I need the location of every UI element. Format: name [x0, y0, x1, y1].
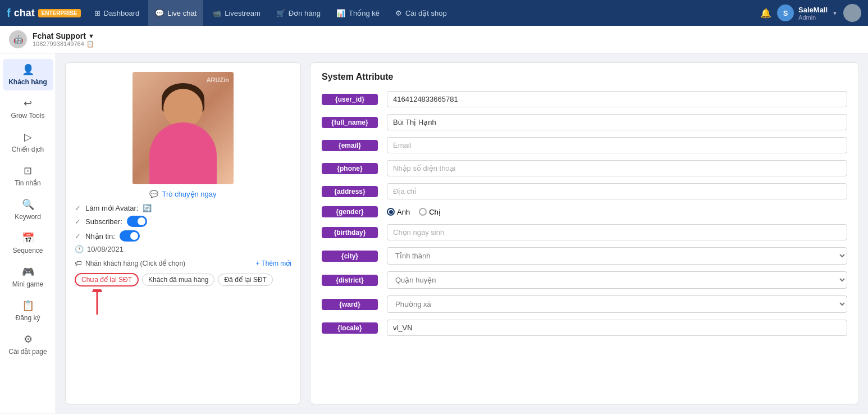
- chevron-down-icon: ▼: [832, 10, 838, 16]
- dropdown-icon[interactable]: ▼: [88, 33, 94, 39]
- attr-row-district: {district} Quận huyện: [322, 271, 847, 289]
- attr-input-address[interactable]: [387, 183, 847, 199]
- sidebar-item-khach-hang[interactable]: 👤 Khách hàng: [3, 59, 53, 90]
- attr-row-city: {city} Tỉnh thành: [322, 247, 847, 265]
- nav-don-hang[interactable]: 🛒 Đơn hàng: [269, 0, 327, 26]
- nhan-tin-label: Nhận tin:: [85, 232, 115, 240]
- nav-thong-ke[interactable]: 📊 Thống kê: [330, 0, 386, 26]
- chat-now-action[interactable]: 💬 Trò chuyện ngay: [149, 190, 216, 198]
- refresh-avatar-row: ✓ Làm mới Avatar: 🔄: [75, 204, 291, 212]
- attr-row-user-id: {user_id}: [322, 91, 847, 107]
- nav-dashboard[interactable]: ⊞ Dashboard: [88, 0, 147, 26]
- sidebar-item-chien-dich[interactable]: ▷ Chiến dịch: [3, 126, 53, 158]
- subscriber-label: Subscriber:: [85, 217, 122, 226]
- sidebar-label-grow-tools: Grow Tools: [11, 112, 45, 120]
- gender-radio-group: Anh Chị: [387, 208, 441, 216]
- attr-label-ward: {ward}: [322, 299, 378, 310]
- copy-icon[interactable]: 📋: [86, 40, 94, 48]
- tags-header-label: Nhãn khách hàng (Click để chọn): [85, 260, 185, 267]
- sidebar-item-sequence[interactable]: 📅 Sequence: [3, 228, 53, 259]
- tag-chua-de-lai-sdt[interactable]: Chưa để lại SĐT: [75, 273, 139, 286]
- page-subtitle: 108279938149764 📋: [33, 40, 94, 48]
- sidebar-item-dang-ky[interactable]: 📋 Đăng ký: [3, 295, 53, 326]
- nav-don-hang-label: Đơn hàng: [289, 9, 321, 17]
- topnav: f chat ENTERPRISE ⊞ Dashboard 💬 Live cha…: [0, 0, 868, 26]
- customer-meta: ✓ Làm mới Avatar: 🔄 ✓ Subscriber: ✓ Nhận…: [75, 204, 291, 253]
- radio-chi[interactable]: Chị: [419, 208, 441, 216]
- refresh-label: Làm mới Avatar:: [85, 204, 138, 212]
- customer-photo: ARUZin: [133, 72, 234, 184]
- radio-chi-circle: [419, 208, 427, 216]
- attr-row-email: {email}: [322, 137, 847, 153]
- attr-input-birthday[interactable]: [387, 224, 847, 240]
- red-arrow-indicator: [86, 289, 108, 317]
- sidebar-label-tin-nhan: Tin nhắn: [15, 179, 41, 187]
- dang-ky-icon: 📋: [22, 299, 34, 312]
- attr-input-email[interactable]: [387, 137, 847, 153]
- attr-label-phone: {phone}: [322, 163, 378, 174]
- attr-label-city: {city}: [322, 251, 378, 262]
- user-menu[interactable]: S SaleMall Admin ▼: [777, 4, 838, 21]
- subscriber-toggle[interactable]: [127, 216, 147, 227]
- attr-input-phone[interactable]: [387, 160, 847, 176]
- user-info: SaleMall Admin: [798, 6, 828, 21]
- keyword-icon: 🔍: [22, 198, 34, 211]
- attr-label-address: {address}: [322, 186, 378, 197]
- notification-icon[interactable]: 🔔: [760, 8, 771, 19]
- nav-live-chat[interactable]: 💬 Live chat: [148, 0, 203, 26]
- nav-cai-dat-shop[interactable]: ⚙ Cài đặt shop: [389, 0, 454, 26]
- sidebar-item-cai-dat-page[interactable]: ⚙ Cài đặt page: [3, 329, 53, 360]
- clock-icon: 🕐: [75, 245, 84, 253]
- live-chat-icon: 💬: [155, 9, 164, 17]
- attr-input-locale[interactable]: [387, 320, 847, 336]
- thong-ke-icon: 📊: [336, 9, 345, 17]
- attr-label-birthday: {birthday}: [322, 227, 378, 238]
- radio-anh-label: Anh: [397, 208, 410, 216]
- refresh-icon: ✓: [75, 204, 81, 212]
- attr-row-phone: {phone}: [322, 160, 847, 176]
- add-tag-button[interactable]: + Thêm mới: [255, 260, 291, 267]
- attr-label-district: {district}: [322, 275, 378, 286]
- nav-dashboard-label: Dashboard: [104, 9, 140, 17]
- customer-card: ARUZin 💬 Trò chuyện ngay ✓ Làm mới Avata…: [65, 62, 301, 404]
- radio-anh[interactable]: Anh: [387, 208, 410, 216]
- nhan-tin-toggle[interactable]: [120, 230, 140, 242]
- sidebar: 👤 Khách hàng ↩ Grow Tools ▷ Chiến dịch ⊡…: [0, 53, 56, 413]
- attr-input-full-name[interactable]: [387, 114, 847, 130]
- tag-khach-da-mua-hang[interactable]: Khách đã mua hàng: [142, 274, 214, 286]
- attr-select-ward[interactable]: Phường xã: [387, 295, 847, 313]
- nhan-tin-check-icon: ✓: [75, 232, 81, 240]
- page-header: 🤖 Fchat Support ▼ 108279938149764 📋: [0, 26, 868, 53]
- sidebar-label-mini-game: Mini game: [12, 280, 43, 288]
- page-avatar-icon: 🤖: [13, 35, 23, 44]
- main-content: ARUZin 💬 Trò chuyện ngay ✓ Làm mới Avata…: [56, 53, 868, 413]
- nav-livestream[interactable]: 📹 Livestream: [205, 0, 267, 26]
- cai-dat-page-icon: ⚙: [24, 333, 33, 345]
- customer-photo-inner: ARUZin: [133, 72, 234, 184]
- attr-label-email: {email}: [322, 140, 378, 151]
- grow-tools-icon: ↩: [24, 97, 32, 110]
- sidebar-label-dang-ky: Đăng ký: [15, 314, 40, 322]
- sidebar-item-tin-nhan[interactable]: ⊡ Tin nhắn: [3, 160, 53, 192]
- attr-select-city[interactable]: Tỉnh thành: [387, 247, 847, 265]
- tag-da-de-lai-sdt[interactable]: Đã để lại SĐT: [218, 274, 272, 286]
- system-attr-panel: System Attribute {user_id} {full_name} {…: [310, 62, 859, 404]
- sidebar-label-keyword: Keyword: [15, 213, 41, 221]
- dashboard-icon: ⊞: [94, 9, 100, 17]
- chien-dich-icon: ▷: [24, 131, 32, 143]
- livestream-icon: 📹: [212, 9, 221, 17]
- refresh-action-icon[interactable]: 🔄: [143, 204, 152, 212]
- logo-text: chat: [14, 7, 35, 19]
- attr-input-user-id[interactable]: [387, 91, 847, 107]
- customer-date-row: 🕐 10/08/2021: [75, 245, 291, 253]
- page-avatar: 🤖: [9, 30, 27, 48]
- attr-row-gender: {gender} Anh Chị: [322, 206, 847, 217]
- sidebar-item-mini-game[interactable]: 🎮 Mini game: [3, 261, 53, 293]
- user-name: SaleMall: [798, 6, 828, 14]
- sidebar-item-keyword[interactable]: 🔍 Keyword: [3, 194, 53, 225]
- logo[interactable]: f chat ENTERPRISE: [7, 7, 81, 20]
- avatar: S: [777, 4, 794, 21]
- system-attr-title: System Attribute: [322, 72, 847, 82]
- attr-select-district[interactable]: Quận huyện: [387, 271, 847, 289]
- sidebar-item-grow-tools[interactable]: ↩ Grow Tools: [3, 93, 53, 124]
